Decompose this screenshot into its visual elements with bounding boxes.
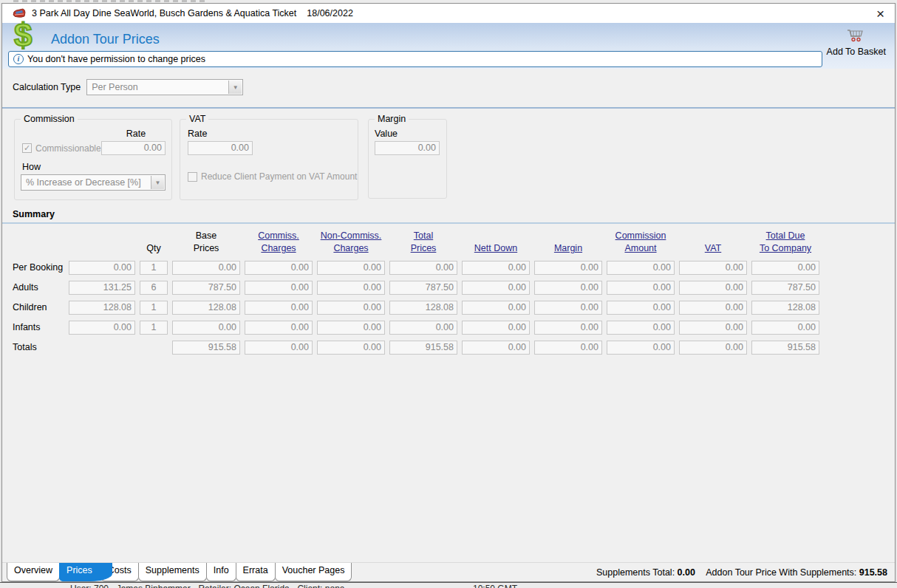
summary-cell-input[interactable]: 0.00 — [245, 261, 313, 275]
summary-cell-input[interactable]: 0.00 — [534, 341, 602, 355]
column-header-text[interactable]: Amount — [607, 242, 675, 255]
commission-rate-input[interactable]: 0.00 — [101, 141, 166, 155]
column-header-text[interactable] — [679, 230, 747, 242]
vat-rate-input[interactable]: 0.00 — [188, 141, 253, 155]
close-icon[interactable]: × — [873, 7, 887, 21]
tab-info[interactable]: Info — [206, 563, 236, 581]
column-header-text[interactable]: Charges — [245, 242, 313, 255]
summary-cell-input[interactable]: 0.00 — [317, 281, 385, 295]
summary-cell-input[interactable]: 6 — [140, 281, 168, 295]
summary-cell-input[interactable]: 0.00 — [534, 261, 602, 275]
summary-cell-input[interactable]: 0.00 — [389, 321, 457, 335]
summary-cell-input[interactable]: 787.50 — [172, 281, 240, 295]
summary-cell-input[interactable]: 0.00 — [69, 321, 135, 335]
summary-cell-input[interactable]: 0.00 — [607, 341, 675, 355]
summary-cell-input[interactable]: 0.00 — [607, 301, 675, 315]
background-time-text: 10:50 GMT — [473, 584, 517, 588]
summary-cell-input[interactable]: 0.00 — [462, 281, 530, 295]
add-to-basket-button[interactable]: Add To Basket — [827, 29, 886, 57]
column-header-charges[interactable]: Commiss.Charges — [245, 230, 313, 255]
column-header-text[interactable]: Prices — [389, 242, 457, 255]
dropdown-arrow-button[interactable]: ▼ — [151, 176, 164, 189]
summary-cell-input[interactable]: 787.50 — [389, 281, 457, 295]
summary-row-adults: Adults131.256787.500.000.00787.500.000.0… — [13, 281, 895, 295]
summary-cell-input[interactable]: 0.00 — [245, 301, 313, 315]
calculation-type-dropdown[interactable]: Per Person ▼ — [86, 79, 243, 95]
summary-cell-input[interactable]: 0.00 — [462, 301, 530, 315]
summary-cell-input[interactable]: 0.00 — [389, 261, 457, 275]
column-header-text — [69, 242, 135, 255]
summary-cell-input[interactable]: 1 — [140, 301, 168, 315]
summary-cell-input[interactable]: 0.00 — [534, 281, 602, 295]
calculation-type-value: Per Person — [92, 82, 138, 92]
commission-how-dropdown[interactable]: % Increase or Decrease [%] ▼ — [21, 174, 166, 191]
margin-value-input[interactable]: 0.00 — [375, 141, 440, 155]
column-header-text[interactable]: Nett Down — [462, 242, 530, 255]
summary-cell-input[interactable]: 0.00 — [317, 301, 385, 315]
summary-cell-input[interactable]: 915.58 — [751, 341, 819, 355]
summary-cell-input[interactable]: 128.08 — [389, 301, 457, 315]
tab-errata[interactable]: Errata — [236, 563, 276, 581]
column-header-to-company[interactable]: Total DueTo Company — [751, 230, 819, 255]
summary-cell-input[interactable]: 0.00 — [679, 321, 747, 335]
summary-cell-input[interactable]: 0.00 — [245, 341, 313, 355]
summary-cell-input[interactable]: 0.00 — [679, 261, 747, 275]
summary-cell-input[interactable]: 128.08 — [69, 301, 135, 315]
summary-cell-input[interactable]: 0.00 — [172, 261, 240, 275]
column-header-text[interactable]: Charges — [317, 242, 385, 255]
column-header-text[interactable]: Commiss. — [245, 230, 313, 242]
summary-cell-input[interactable]: 0.00 — [462, 321, 530, 335]
summary-cell-input[interactable]: 0.00 — [317, 321, 385, 335]
summary-cell-input[interactable]: 0.00 — [245, 321, 313, 335]
column-header-text[interactable]: VAT — [679, 242, 747, 255]
column-header-text[interactable]: Total — [389, 230, 457, 242]
summary-cell-input[interactable]: 131.25 — [69, 281, 135, 295]
summary-cell-input[interactable]: 0.00 — [534, 301, 602, 315]
summary-cell-input[interactable]: 0.00 — [751, 261, 819, 275]
column-header-text[interactable]: Total Due — [751, 230, 819, 242]
summary-cell-input[interactable]: 0.00 — [679, 281, 747, 295]
summary-cell-input[interactable]: 0.00 — [462, 261, 530, 275]
column-header-text[interactable]: Commission — [607, 230, 675, 242]
column-header-amount[interactable]: CommissionAmount — [607, 230, 675, 255]
column-header-text[interactable]: Margin — [534, 242, 602, 255]
summary-cell-input[interactable]: 0.00 — [751, 321, 819, 335]
column-header-margin[interactable]: Margin — [534, 230, 602, 255]
tab-supplements[interactable]: Supplements — [138, 563, 207, 581]
summary-cell-input[interactable]: 0.00 — [317, 261, 385, 275]
commission-rate-label: Rate — [103, 129, 168, 139]
summary-cell-input[interactable]: 0.00 — [607, 281, 675, 295]
summary-cell-input[interactable]: 0.00 — [679, 301, 747, 315]
summary-cell-input[interactable]: 128.08 — [751, 301, 819, 315]
summary-cell-input[interactable]: 0.00 — [69, 261, 135, 275]
column-header-text — [69, 230, 135, 242]
column-header-text[interactable]: Non-Commiss. — [317, 230, 385, 242]
summary-cell-input[interactable]: 0.00 — [317, 341, 385, 355]
summary-cell-input[interactable]: 128.08 — [172, 301, 240, 315]
summary-cell-input[interactable]: 1 — [140, 321, 168, 335]
summary-cell-input[interactable]: 915.58 — [389, 341, 457, 355]
column-header-text[interactable] — [462, 230, 530, 242]
summary-cell-input[interactable]: 1 — [140, 261, 168, 275]
summary-cell-input[interactable]: 0.00 — [607, 321, 675, 335]
summary-cell-input[interactable]: 0.00 — [534, 321, 602, 335]
dropdown-arrow-button[interactable]: ▼ — [228, 81, 242, 94]
summary-cell-input[interactable]: 0.00 — [245, 281, 313, 295]
column-header-vat[interactable]: VAT — [679, 230, 747, 255]
summary-cell-input[interactable]: 0.00 — [172, 321, 240, 335]
tab-overview[interactable]: Overview — [7, 563, 60, 581]
column-header-prices[interactable]: TotalPrices — [389, 230, 457, 255]
column-header-nett-down[interactable]: Nett Down — [462, 230, 530, 255]
summary-cell-input[interactable]: 0.00 — [607, 261, 675, 275]
tab-prices[interactable]: Prices — [59, 563, 112, 581]
summary-cell-input[interactable]: 0.00 — [462, 341, 530, 355]
tab-voucher-pages[interactable]: Voucher Pages — [275, 563, 352, 581]
commissionable-checkbox[interactable]: ✓ — [22, 143, 32, 153]
summary-cell-input[interactable]: 787.50 — [751, 281, 819, 295]
column-header-text[interactable] — [534, 230, 602, 242]
column-header-text[interactable]: To Company — [751, 242, 819, 255]
summary-cell-input[interactable]: 0.00 — [679, 341, 747, 355]
reduce-client-payment-checkbox[interactable] — [188, 172, 197, 182]
column-header-charges[interactable]: Non-Commiss.Charges — [317, 230, 385, 255]
summary-cell-input[interactable]: 915.58 — [172, 341, 240, 355]
